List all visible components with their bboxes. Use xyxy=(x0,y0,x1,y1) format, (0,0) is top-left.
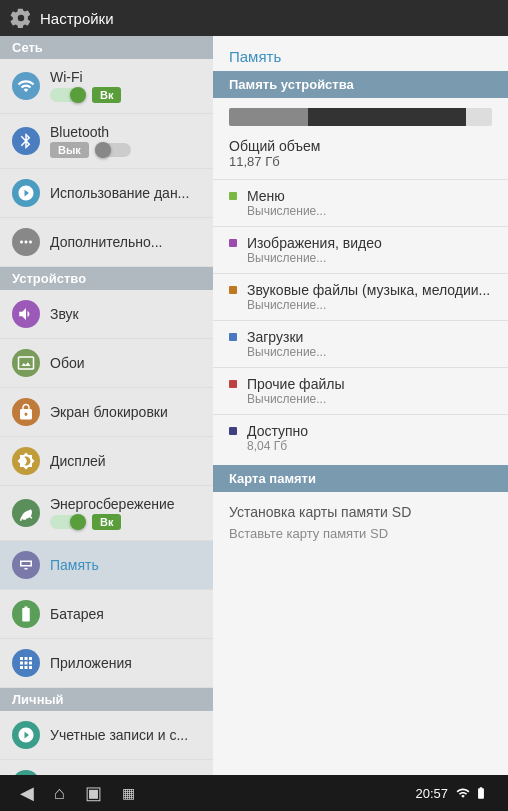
memory-label: Память xyxy=(50,557,201,573)
power-label: Энергосбережение xyxy=(50,496,201,512)
storage-item-available: Доступно 8,04 Гб xyxy=(213,414,508,461)
wallpaper-content: Обои xyxy=(50,355,201,371)
lock-icon xyxy=(12,398,40,426)
section-header-network: Сеть xyxy=(0,36,213,59)
display-label: Дисплей xyxy=(50,453,201,469)
sound-content: Звук xyxy=(50,306,201,322)
memory-content: Память xyxy=(50,557,201,573)
bluetooth-icon xyxy=(12,127,40,155)
wifi-toggle-track[interactable] xyxy=(50,88,86,102)
top-bar: Настройки xyxy=(0,0,508,36)
bluetooth-toggle-track[interactable] xyxy=(95,143,131,157)
apps-content: Приложения xyxy=(50,655,201,671)
power-toggle-track[interactable] xyxy=(50,515,86,529)
sidebar-item-lockscreen[interactable]: Экран блокировки xyxy=(0,388,213,437)
storage-bar-used xyxy=(229,108,308,126)
screenshot-icon[interactable]: ▦ xyxy=(122,785,135,801)
sidebar-item-datausage[interactable]: Использование дан... xyxy=(0,169,213,218)
power-content: Энергосбережение Вк xyxy=(50,496,201,530)
sidebar-item-battery[interactable]: Батарея xyxy=(0,590,213,639)
wifi-toggle-row: Вк xyxy=(50,87,201,103)
battery-icon xyxy=(12,600,40,628)
page-title: Настройки xyxy=(40,10,114,27)
device-storage-header: Память устройства xyxy=(213,71,508,98)
battery-label: Батарея xyxy=(50,606,201,622)
apps-label: Приложения xyxy=(50,655,201,671)
battery-status-icon xyxy=(474,786,488,800)
available-item-content: Доступно 8,04 Гб xyxy=(247,423,308,453)
apps-icon xyxy=(12,649,40,677)
wallpaper-label: Обои xyxy=(50,355,201,371)
bluetooth-label: Bluetooth xyxy=(50,124,201,140)
power-icon xyxy=(12,499,40,527)
storage-total-value: 11,87 Гб xyxy=(229,154,492,169)
bluetooth-toggle-label: Вык xyxy=(50,142,89,158)
sd-install-label: Установка карты памяти SD xyxy=(213,492,508,524)
accounts-label: Учетные записи и с... xyxy=(50,727,201,743)
more-label: Дополнительно... xyxy=(50,234,201,250)
audio-label: Звуковые файлы (музыка, мелодии... xyxy=(247,282,490,298)
home-icon[interactable]: ⌂ xyxy=(54,783,65,804)
menu-color-dot xyxy=(229,192,237,200)
sidebar-item-memory[interactable]: Память xyxy=(0,541,213,590)
sidebar-item-wifi[interactable]: Wi-Fi Вк xyxy=(0,59,213,114)
wifi-icon xyxy=(12,72,40,100)
datausage-content: Использование дан... xyxy=(50,185,201,201)
wallpaper-icon xyxy=(12,349,40,377)
power-toggle-thumb xyxy=(70,514,86,530)
menu-label: Меню xyxy=(247,188,326,204)
sidebar-item-display[interactable]: Дисплей xyxy=(0,437,213,486)
nav-icons: ◀ ⌂ ▣ ▦ xyxy=(20,782,135,804)
sidebar-item-apps[interactable]: Приложения xyxy=(0,639,213,688)
wifi-content: Wi-Fi Вк xyxy=(50,69,201,103)
images-item-content: Изображения, видео Вычисление... xyxy=(247,235,382,265)
sound-icon xyxy=(12,300,40,328)
signal-icon xyxy=(456,786,470,800)
accounts-content: Учетные записи и с... xyxy=(50,727,201,743)
back-icon[interactable]: ◀ xyxy=(20,782,34,804)
images-label: Изображения, видео xyxy=(247,235,382,251)
sidebar-item-sound[interactable]: Звук xyxy=(0,290,213,339)
content-section-title: Память xyxy=(213,36,508,71)
sidebar-item-more[interactable]: Дополнительно... xyxy=(0,218,213,267)
more-content: Дополнительно... xyxy=(50,234,201,250)
sidebar: Сеть Wi-Fi Вк xyxy=(0,36,213,775)
display-content: Дисплей xyxy=(50,453,201,469)
wifi-label: Wi-Fi xyxy=(50,69,201,85)
data-usage-icon xyxy=(12,179,40,207)
content-area: Память Память устройства Общий объем 11,… xyxy=(213,36,508,775)
sidebar-item-accounts[interactable]: Учетные записи и с... xyxy=(0,711,213,760)
audio-color-dot xyxy=(229,286,237,294)
main-layout: Сеть Wi-Fi Вк xyxy=(0,36,508,775)
other-sub: Вычисление... xyxy=(247,392,344,406)
sidebar-item-bluetooth[interactable]: Bluetooth Вык xyxy=(0,114,213,169)
sidebar-item-wallpaper[interactable]: Обои xyxy=(0,339,213,388)
more-icon xyxy=(12,228,40,256)
recents-icon[interactable]: ▣ xyxy=(85,782,102,804)
storage-item-downloads: Загрузки Вычисление... xyxy=(213,320,508,367)
sd-card-header: Карта памяти xyxy=(213,465,508,492)
available-label: Доступно xyxy=(247,423,308,439)
display-icon xyxy=(12,447,40,475)
sidebar-item-location[interactable]: Местоположение xyxy=(0,760,213,775)
other-color-dot xyxy=(229,380,237,388)
power-toggle-label: Вк xyxy=(92,514,121,530)
images-color-dot xyxy=(229,239,237,247)
wifi-toggle-label: Вк xyxy=(92,87,121,103)
downloads-label: Загрузки xyxy=(247,329,326,345)
status-area: 20:57 xyxy=(415,786,488,801)
audio-item-content: Звуковые файлы (музыка, мелодии... Вычис… xyxy=(247,282,490,312)
accounts-icon xyxy=(12,721,40,749)
status-icons xyxy=(456,786,488,800)
menu-item-content: Меню Вычисление... xyxy=(247,188,326,218)
sidebar-item-power[interactable]: Энергосбережение Вк xyxy=(0,486,213,541)
storage-item-images: Изображения, видео Вычисление... xyxy=(213,226,508,273)
menu-sub: Вычисление... xyxy=(247,204,326,218)
downloads-color-dot xyxy=(229,333,237,341)
section-header-device: Устройство xyxy=(0,267,213,290)
available-color-dot xyxy=(229,427,237,435)
bluetooth-toggle-thumb xyxy=(95,142,111,158)
bluetooth-toggle-row: Вык xyxy=(50,142,201,158)
sd-insert-label: Вставьте карту памяти SD xyxy=(213,524,508,553)
audio-sub: Вычисление... xyxy=(247,298,490,312)
